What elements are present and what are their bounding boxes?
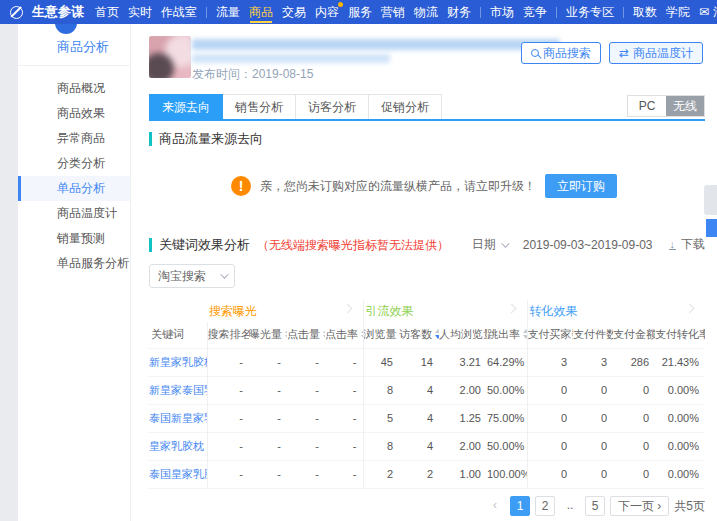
nav-item[interactable]: 营销 (381, 0, 405, 24)
metric-cell: 0 (527, 460, 573, 488)
nav-item[interactable]: 流量 (216, 0, 240, 24)
brand-title[interactable]: 生意参谋 (32, 3, 84, 21)
column-header[interactable]: 跳出率 (487, 322, 527, 348)
metric-cell: - (207, 376, 249, 404)
section-flow-title: 商品流量来源去向 (149, 130, 263, 148)
nav-item[interactable]: 商品 (249, 0, 273, 24)
nav-item[interactable]: 市场 (490, 0, 514, 24)
nav-item[interactable]: 服务 (348, 0, 372, 24)
keyword-link[interactable]: 泰国新皇家乳 (149, 404, 207, 432)
next-page-button[interactable]: 下一页 › (610, 496, 669, 516)
metric-cell: 8 (363, 432, 399, 460)
column-header[interactable]: 浏览量 (363, 322, 399, 348)
column-header[interactable]: 搜索排名 (207, 322, 249, 348)
nav-item[interactable]: 内容 (315, 0, 339, 24)
sidebar-item[interactable]: 分类分析 (18, 151, 130, 176)
column-header[interactable]: 支付件数 (573, 322, 613, 348)
envelope-icon: ✉ (699, 5, 709, 19)
keyword-link[interactable]: 皇家乳胶枕 (149, 432, 207, 460)
metric-cell: - (249, 460, 287, 488)
order-now-button[interactable]: 立即订购 (545, 174, 617, 198)
toggle-pc[interactable]: PC (628, 96, 666, 116)
metric-cell: 2 (363, 460, 399, 488)
metric-cell: 0 (573, 376, 613, 404)
main-content: 发布时间：2019-08-15 商品搜索 ⇄ 商品温度计 来源去向销售分析访客分… (131, 24, 717, 521)
tab[interactable]: 销售分析 (223, 94, 296, 119)
column-header[interactable]: 支付转化率 (655, 322, 705, 348)
table-row: 皇家乳胶枕----842.0050.00%0000.00% (149, 432, 705, 460)
metric-cell: 100.00% (487, 460, 527, 488)
metric-cell: 2.00 (439, 376, 487, 404)
column-header[interactable]: 点击率 (325, 322, 363, 348)
metric-cell: - (287, 348, 325, 376)
metric-cell: 75.00% (487, 404, 527, 432)
nav-item[interactable]: 财务 (447, 0, 471, 24)
metric-cell: 50.00% (487, 432, 527, 460)
nav-item[interactable]: 竞争 (523, 0, 547, 24)
metric-cell: - (325, 376, 363, 404)
column-header[interactable]: 曝光量 (249, 322, 287, 348)
nav-item[interactable]: 物流 (414, 0, 438, 24)
sidebar-item[interactable]: 商品温度计 (18, 201, 130, 226)
floating-widget-button[interactable] (706, 219, 717, 237)
top-nav: 生意参谋 首页实时作战室流量商品交易内容服务营销物流财务市场竞争业务专区取数学院… (0, 0, 717, 24)
page-button[interactable]: 5 (585, 496, 605, 516)
floating-widget-tab[interactable] (704, 185, 717, 215)
keyword-link[interactable]: 泰国皇家乳胶 (149, 460, 207, 488)
metric-cell: - (287, 404, 325, 432)
sidebar-item[interactable]: 销量预测 (18, 226, 130, 251)
tab[interactable]: 来源去向 (149, 94, 223, 121)
date-dropdown[interactable]: 日期 (472, 236, 507, 253)
product-thermometer-button[interactable]: ⇄ 商品温度计 (609, 42, 703, 64)
product-search-button[interactable]: 商品搜索 (521, 42, 601, 64)
nav-item[interactable]: 首页 (95, 0, 119, 24)
nav-item[interactable]: 取数 (633, 0, 657, 24)
page-button[interactable]: 1 (510, 496, 530, 516)
message-button[interactable]: ✉ 消息 (699, 4, 717, 21)
sidebar-item[interactable]: 单品服务分析 (18, 251, 130, 276)
toggle-wireless[interactable]: 无线 (666, 96, 704, 116)
product-subtitle-redacted (192, 54, 390, 63)
nav-item[interactable]: 交易 (282, 0, 306, 24)
column-header[interactable]: 支付金额 (613, 322, 655, 348)
tab[interactable]: 促销分析 (369, 94, 442, 119)
source-select[interactable]: 淘宝搜索 (149, 264, 235, 288)
download-button[interactable]: ↓ 下载 (669, 236, 706, 253)
metric-cell: 2.00 (439, 432, 487, 460)
nav-item[interactable]: 学院 (666, 0, 690, 24)
metric-cell: 0.00% (655, 376, 705, 404)
metric-cell: - (287, 460, 325, 488)
metric-cell: - (207, 432, 249, 460)
metric-cell: 64.29% (487, 348, 527, 376)
header-actions: 商品搜索 ⇄ 商品温度计 (521, 42, 703, 64)
metric-cell: 3.21 (439, 348, 487, 376)
keyword-note: （无线端搜索曝光指标暂无法提供） (257, 237, 449, 254)
keyword-link[interactable]: 新皇家乳胶枕 (149, 348, 207, 376)
nav-item[interactable]: 业务专区 (566, 0, 614, 24)
sort-icon (523, 329, 527, 339)
column-header[interactable]: 访客数 (399, 322, 439, 348)
sidebar: 商品分析 商品概况商品效果异常商品分类分析单品分析商品温度计销量预测单品服务分析 (18, 24, 131, 521)
publish-date: 发布时间：2019-08-15 (192, 66, 313, 83)
sidebar-item[interactable]: 商品概况 (18, 76, 130, 101)
tab[interactable]: 访客分析 (296, 94, 369, 119)
prev-page-icon[interactable]: ‹ (485, 496, 505, 516)
page-button[interactable]: 2 (535, 496, 555, 516)
nav-item[interactable]: 作战室 (161, 0, 197, 24)
metric-cell: 0 (527, 404, 573, 432)
product-thumbnail (149, 36, 191, 78)
date-range[interactable]: 2019-09-03~2019-09-03 (523, 238, 653, 252)
column-header[interactable]: 人均浏览量 (439, 322, 487, 348)
metric-cell: 286 (613, 348, 655, 376)
keyword-link[interactable]: 新皇家泰国乳 (149, 376, 207, 404)
column-header[interactable]: 点击量 (287, 322, 325, 348)
sidebar-menu: 商品概况商品效果异常商品分类分析单品分析商品温度计销量预测单品服务分析 (18, 76, 130, 276)
metric-cell: 4 (399, 432, 439, 460)
sidebar-item[interactable]: 异常商品 (18, 126, 130, 151)
notice-text: 亲，您尚未订购对应的流量纵横产品，请立即升级！ (260, 178, 536, 195)
sidebar-item[interactable]: 单品分析 (18, 176, 130, 201)
sidebar-item[interactable]: 商品效果 (18, 101, 130, 126)
metric-cell: 0 (613, 460, 655, 488)
metric-cell: 2 (399, 460, 439, 488)
nav-item[interactable]: 实时 (128, 0, 152, 24)
